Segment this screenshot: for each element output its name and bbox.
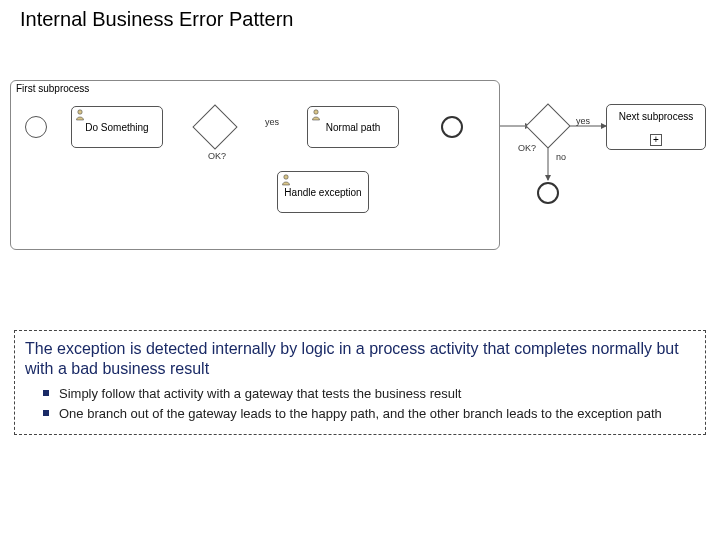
subprocess-marker-icon: +: [650, 134, 662, 146]
subprocess-label: First subprocess: [16, 83, 89, 94]
task-next-subprocess: Next subprocess +: [606, 104, 706, 150]
page-title: Internal Business Error Pattern: [0, 0, 720, 31]
task-label: Handle exception: [284, 187, 361, 198]
description-main: The exception is detected internally by …: [25, 339, 695, 379]
bpmn-diagram: First subprocess Do Something OK? yes No…: [10, 80, 710, 270]
gateway-2-label: OK?: [518, 143, 536, 153]
edge-gw1-yes: yes: [265, 117, 279, 127]
svg-point-7: [78, 110, 82, 114]
svg-point-9: [284, 175, 288, 179]
gateway-ok-2: [525, 103, 570, 148]
description-bullet: Simply follow that activity with a gatew…: [43, 385, 695, 403]
description-box: The exception is detected internally by …: [14, 330, 706, 435]
edge-gw2-yes: yes: [576, 116, 590, 126]
task-label: Normal path: [326, 122, 380, 133]
gateway-1-label: OK?: [208, 151, 226, 161]
svg-point-8: [314, 110, 318, 114]
task-normal-path: Normal path: [307, 106, 399, 148]
edge-gw2-no: no: [556, 152, 566, 162]
gateway-ok-1: [192, 104, 237, 149]
first-subprocess-container: First subprocess Do Something OK? yes No…: [10, 80, 500, 250]
start-event: [25, 116, 47, 138]
task-label: Do Something: [85, 122, 148, 133]
terminate-end-event: [537, 182, 559, 204]
task-do-something: Do Something: [71, 106, 163, 148]
user-icon: [75, 109, 85, 121]
task-handle-exception: Handle exception: [277, 171, 369, 213]
user-icon: [311, 109, 321, 121]
description-bullet: One branch out of the gateway leads to t…: [43, 405, 695, 423]
task-label: Next subprocess: [619, 111, 693, 122]
user-icon: [281, 174, 291, 186]
subprocess-end-event: [441, 116, 463, 138]
description-list: Simply follow that activity with a gatew…: [43, 385, 695, 422]
